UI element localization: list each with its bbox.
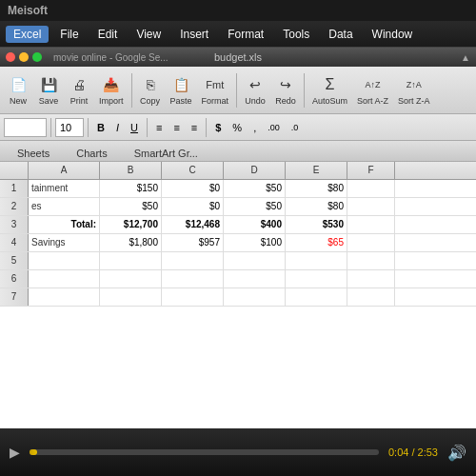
cell-d1[interactable]: $50 bbox=[224, 180, 286, 197]
align-center-button[interactable]: ≡ bbox=[169, 118, 184, 137]
cell-d6[interactable] bbox=[224, 270, 286, 288]
cell-d7[interactable] bbox=[224, 288, 286, 306]
title-bar: Meisoft bbox=[0, 0, 476, 21]
tab-smartart[interactable]: SmartArt Gr... bbox=[121, 146, 211, 161]
dec-increase-button[interactable]: .00 bbox=[263, 118, 285, 137]
percent-button[interactable]: % bbox=[228, 118, 247, 137]
cell-e7[interactable] bbox=[286, 288, 347, 306]
cell-f3[interactable] bbox=[347, 216, 395, 233]
tab-charts[interactable]: Charts bbox=[63, 146, 120, 161]
video-progress-bar[interactable] bbox=[30, 449, 379, 455]
cell-b7[interactable] bbox=[100, 288, 162, 306]
cell-b5[interactable] bbox=[100, 252, 162, 269]
copy-button[interactable]: ⎘ Copy bbox=[136, 72, 165, 108]
copy-label: Copy bbox=[140, 96, 160, 106]
cell-d2[interactable]: $50 bbox=[224, 198, 286, 215]
cell-f4[interactable] bbox=[347, 234, 395, 251]
cell-f6[interactable] bbox=[347, 270, 395, 288]
cell-b1[interactable]: $150 bbox=[100, 180, 162, 197]
cell-f1[interactable] bbox=[347, 180, 395, 197]
cell-c4[interactable]: $957 bbox=[162, 234, 224, 251]
menu-item-tools[interactable]: Tools bbox=[275, 26, 317, 43]
cell-c5[interactable] bbox=[162, 252, 224, 269]
window-filename: budget.xls bbox=[214, 51, 262, 63]
cell-b6[interactable] bbox=[100, 270, 162, 288]
currency-button[interactable]: $ bbox=[210, 118, 226, 137]
cell-d5[interactable] bbox=[224, 252, 286, 269]
cell-b4[interactable]: $1,800 bbox=[100, 234, 162, 251]
cell-e6[interactable] bbox=[286, 270, 347, 288]
app-title: Meisoft bbox=[8, 4, 48, 17]
font-size-input[interactable]: 10 bbox=[55, 118, 84, 137]
menu-item-insert[interactable]: Insert bbox=[172, 26, 216, 43]
window-title-bar: movie online - Google Se... budget.xls ▲ bbox=[0, 48, 476, 67]
speaker-icon[interactable]: 🔊 bbox=[447, 444, 466, 462]
paste-button[interactable]: 📋 Paste bbox=[167, 72, 196, 108]
toolbar-sep-3 bbox=[304, 73, 305, 108]
cell-reference-input[interactable] bbox=[4, 118, 47, 137]
undo-button[interactable]: ↩ Undo bbox=[241, 72, 269, 108]
dec-decrease-button[interactable]: .0 bbox=[287, 118, 304, 137]
menu-item-view[interactable]: View bbox=[129, 26, 169, 43]
cell-e1[interactable]: $80 bbox=[286, 180, 347, 197]
autosum-button[interactable]: Σ AutoSum bbox=[308, 72, 351, 108]
cell-a4[interactable]: Savings bbox=[29, 234, 100, 251]
cell-a3[interactable]: Total: bbox=[29, 216, 100, 233]
menu-item-data[interactable]: Data bbox=[321, 26, 360, 43]
cell-e2[interactable]: $80 bbox=[286, 198, 347, 215]
cell-f2[interactable] bbox=[347, 198, 395, 215]
close-dot[interactable] bbox=[6, 52, 15, 62]
col-header-d: D bbox=[224, 162, 286, 179]
window-controls: movie online - Google Se... bbox=[6, 52, 169, 63]
sort-za-button[interactable]: Z↑A Sort Z-A bbox=[394, 72, 434, 108]
cell-c7[interactable] bbox=[162, 288, 224, 306]
menu-item-window[interactable]: Window bbox=[365, 26, 421, 43]
italic-button[interactable]: I bbox=[111, 118, 124, 137]
import-button[interactable]: 📥 Import bbox=[95, 72, 128, 108]
menu-bar: Excel File Edit View Insert Format Tools… bbox=[0, 21, 476, 48]
save-button[interactable]: 💾 Save bbox=[34, 72, 63, 108]
cell-b3[interactable]: $12,700 bbox=[100, 216, 162, 233]
menu-item-edit[interactable]: Edit bbox=[90, 26, 126, 43]
cell-b2[interactable]: $50 bbox=[100, 198, 162, 215]
menu-item-format[interactable]: Format bbox=[220, 26, 271, 43]
cell-d3[interactable]: $400 bbox=[224, 216, 286, 233]
cell-a5[interactable] bbox=[29, 252, 100, 269]
col-header-b: B bbox=[100, 162, 162, 179]
print-button[interactable]: 🖨 Print bbox=[65, 72, 93, 108]
underline-button[interactable]: U bbox=[126, 118, 143, 137]
sort-az-button[interactable]: A↑Z Sort A-Z bbox=[353, 72, 392, 108]
row-header-7: 7 bbox=[0, 288, 29, 306]
menu-item-excel[interactable]: Excel bbox=[6, 26, 49, 43]
align-left-button[interactable]: ≡ bbox=[151, 118, 167, 137]
cell-a6[interactable] bbox=[29, 270, 100, 288]
table-row: 4 Savings $1,800 $957 $100 $65 bbox=[0, 234, 476, 252]
minimize-dot[interactable] bbox=[19, 52, 29, 62]
play-button[interactable]: ▶ bbox=[10, 445, 20, 460]
comma-button[interactable]: , bbox=[248, 118, 261, 137]
format-button[interactable]: Fmt Format bbox=[198, 72, 233, 108]
maximize-dot[interactable] bbox=[32, 52, 42, 62]
format-label: Format bbox=[202, 96, 229, 106]
cell-e4[interactable]: $65 bbox=[286, 234, 347, 251]
cell-c2[interactable]: $0 bbox=[162, 198, 224, 215]
tab-sheets[interactable]: Sheets bbox=[4, 146, 63, 161]
cell-a1[interactable]: tainment bbox=[29, 180, 100, 197]
menu-item-file[interactable]: File bbox=[52, 26, 86, 43]
sort-za-icon: Z↑A bbox=[404, 74, 425, 95]
row-header-5: 5 bbox=[0, 252, 29, 269]
cell-d4[interactable]: $100 bbox=[224, 234, 286, 251]
cell-a2[interactable]: es bbox=[29, 198, 100, 215]
cell-c1[interactable]: $0 bbox=[162, 180, 224, 197]
new-button[interactable]: 📄 New bbox=[4, 72, 32, 108]
cell-f7[interactable] bbox=[347, 288, 395, 306]
align-right-button[interactable]: ≡ bbox=[187, 118, 202, 137]
cell-c6[interactable] bbox=[162, 270, 224, 288]
cell-a7[interactable] bbox=[29, 288, 100, 306]
bold-button[interactable]: B bbox=[92, 118, 109, 137]
cell-f5[interactable] bbox=[347, 252, 395, 269]
cell-e3[interactable]: $530 bbox=[286, 216, 347, 233]
cell-e5[interactable] bbox=[286, 252, 347, 269]
redo-button[interactable]: ↪ Redo bbox=[271, 72, 300, 108]
cell-c3[interactable]: $12,468 bbox=[162, 216, 224, 233]
